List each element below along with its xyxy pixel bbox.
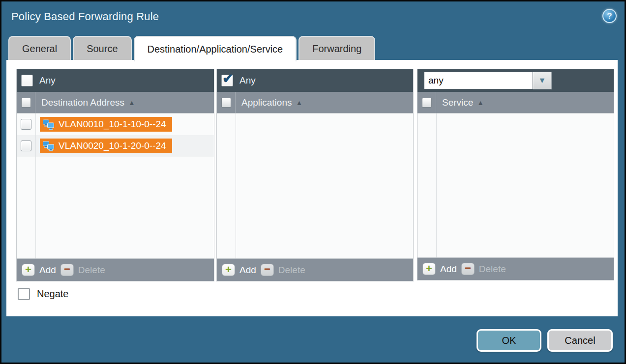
minus-glyph: − [264, 264, 270, 275]
destination-selectall-cell [17, 92, 35, 113]
destination-footer: + Add − Delete [17, 258, 214, 281]
negate-option: Negate [18, 288, 69, 300]
destination-add-button[interactable]: Add [39, 265, 56, 276]
tab-bar: General Source Destination/Application/S… [8, 36, 375, 60]
destination-any-label: Any [39, 75, 56, 86]
service-list [417, 113, 614, 257]
minus-glyph: − [64, 264, 70, 275]
service-footer: + Add − Delete [417, 257, 614, 280]
address-object-label: VLAN0020_10-1-20-0--24 [59, 140, 166, 151]
policy-based-forwarding-dialog: Policy Based Forwarding Rule ? General S… [0, 0, 626, 364]
row-checkbox-cell [17, 140, 35, 151]
applications-any-label: Any [239, 75, 256, 86]
destination-column-label[interactable]: Destination Address [41, 97, 124, 108]
applications-add-button[interactable]: Add [239, 265, 256, 276]
tab-destination-application-service[interactable]: Destination/Application/Service [134, 36, 297, 61]
plus-glyph: + [426, 263, 432, 274]
plus-glyph: + [25, 264, 31, 275]
applications-delete-button[interactable]: Delete [278, 265, 305, 276]
applications-list [217, 113, 413, 258]
service-selectall-cell [417, 92, 436, 113]
delete-icon[interactable]: − [461, 263, 475, 275]
applications-footer: + Add − Delete [217, 258, 413, 281]
table-row: VLAN0020_10-1-20-0--24 [17, 135, 214, 157]
add-icon[interactable]: + [422, 263, 436, 275]
sort-ascending-icon[interactable]: ▲ [296, 99, 302, 107]
address-object-icon [42, 141, 55, 151]
destination-any-bar: Any [17, 69, 214, 92]
column-divider [236, 113, 236, 258]
service-panel: any ▼ Service ▲ + Add − Delet [417, 69, 614, 280]
service-column-label[interactable]: Service [442, 97, 473, 108]
service-delete-button[interactable]: Delete [479, 264, 506, 275]
destination-column-header: Destination Address ▲ [17, 92, 214, 113]
service-dropdown-bar: any ▼ [417, 69, 614, 92]
sort-ascending-icon[interactable]: ▲ [477, 99, 484, 107]
applications-column-header: Applications ▲ [217, 92, 413, 113]
destination-delete-button[interactable]: Delete [78, 265, 105, 276]
applications-selectall-checkbox[interactable] [221, 98, 231, 108]
tab-general[interactable]: General [8, 36, 71, 60]
row-checkbox-cell [17, 119, 35, 130]
destination-any-checkbox[interactable] [21, 75, 33, 86]
service-selectall-checkbox[interactable] [422, 98, 432, 108]
destination-address-panel: Any Destination Address ▲ [16, 69, 214, 281]
applications-panel: ✔ Any Applications ▲ + Add − Delete [216, 69, 414, 281]
destination-address-item[interactable]: VLAN0020_10-1-20-0--24 [40, 139, 172, 153]
service-dropdown[interactable]: any ▼ [424, 72, 552, 89]
cancel-button[interactable]: Cancel [547, 329, 613, 352]
row-checkbox[interactable] [21, 140, 31, 151]
service-add-button[interactable]: Add [440, 264, 457, 275]
row-checkbox[interactable] [21, 119, 31, 130]
add-icon[interactable]: + [222, 264, 235, 276]
table-row: VLAN0010_10-1-10-0--24 [17, 113, 214, 135]
dialog-title: Policy Based Forwarding Rule [11, 10, 159, 23]
delete-icon[interactable]: − [261, 264, 274, 276]
help-icon[interactable]: ? [602, 9, 617, 23]
ok-button[interactable]: OK [477, 329, 541, 352]
address-object-icon [42, 119, 55, 130]
destination-selectall-checkbox[interactable] [21, 98, 31, 108]
applications-selectall-cell [217, 92, 236, 113]
tab-source[interactable]: Source [73, 36, 131, 60]
applications-column-label[interactable]: Applications [241, 97, 292, 108]
delete-icon[interactable]: − [60, 264, 74, 276]
applications-any-bar: ✔ Any [217, 69, 413, 92]
chevron-down-icon: ▼ [538, 76, 546, 85]
add-icon[interactable]: + [22, 264, 35, 276]
tab-forwarding[interactable]: Forwarding [298, 36, 375, 60]
negate-checkbox[interactable] [18, 288, 30, 300]
column-divider [35, 113, 36, 258]
checkmark-icon: ✔ [222, 71, 234, 86]
minus-glyph: − [465, 263, 471, 274]
column-divider [436, 113, 437, 257]
destination-list: VLAN0010_10-1-10-0--24 [17, 113, 214, 258]
dropdown-button[interactable]: ▼ [533, 72, 552, 89]
address-object-label: VLAN0010_10-1-10-0--24 [59, 119, 166, 130]
sort-ascending-icon[interactable]: ▲ [128, 99, 135, 107]
applications-any-checkbox[interactable]: ✔ [221, 75, 233, 86]
service-dropdown-value[interactable]: any [424, 72, 533, 89]
destination-address-item[interactable]: VLAN0010_10-1-10-0--24 [40, 117, 172, 132]
tab-content: Any Destination Address ▲ [6, 60, 618, 316]
service-column-header: Service ▲ [417, 92, 614, 113]
plus-glyph: + [225, 264, 232, 275]
negate-label: Negate [37, 288, 69, 300]
